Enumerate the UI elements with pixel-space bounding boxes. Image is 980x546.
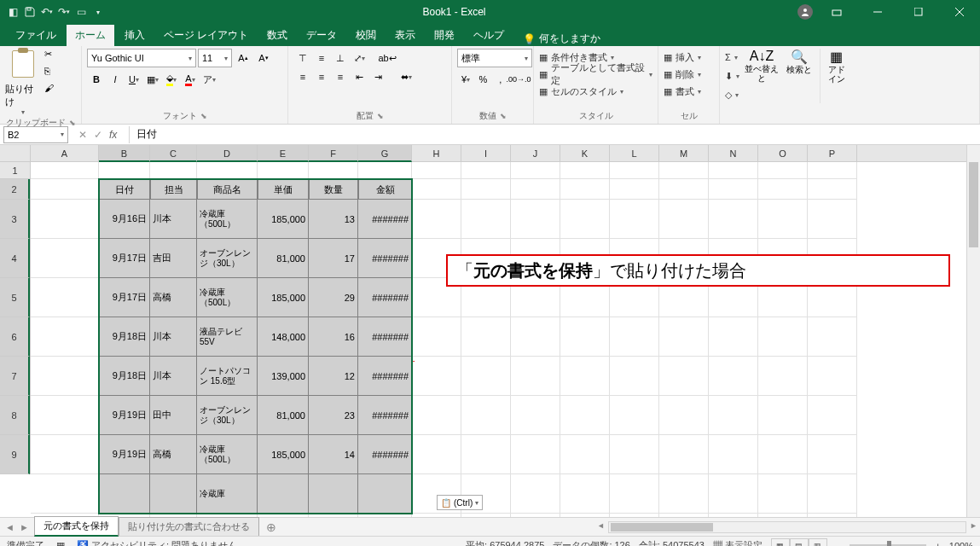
cell[interactable]: [511, 200, 560, 239]
table-cell[interactable]: 185,000: [258, 200, 309, 239]
cell[interactable]: [659, 317, 709, 357]
cell[interactable]: [511, 357, 560, 396]
cell[interactable]: [560, 317, 610, 357]
table-cell[interactable]: #######: [358, 239, 412, 278]
cell[interactable]: [461, 435, 511, 474]
cell[interactable]: [511, 474, 560, 514]
zoom-in-button[interactable]: +: [935, 541, 940, 547]
cell[interactable]: [258, 162, 309, 179]
cell[interactable]: [709, 317, 758, 357]
table-cell[interactable]: #######: [358, 317, 412, 357]
normal-view-button[interactable]: ▦: [771, 538, 790, 547]
cell[interactable]: [808, 357, 857, 396]
cell[interactable]: [659, 162, 709, 179]
cell[interactable]: [808, 162, 857, 179]
cell[interactable]: [659, 200, 709, 239]
tab-file[interactable]: ファイル: [7, 25, 65, 46]
cell[interactable]: [31, 357, 99, 396]
cell[interactable]: [31, 239, 99, 278]
cell[interactable]: [412, 162, 461, 179]
increase-font-icon[interactable]: A▴: [234, 49, 252, 67]
cell[interactable]: [709, 396, 758, 435]
col-header-B[interactable]: B: [99, 145, 150, 162]
cell[interactable]: [31, 179, 99, 200]
cancel-formula-icon[interactable]: ✕: [78, 129, 87, 141]
percent-icon[interactable]: %: [474, 70, 491, 89]
table-cell[interactable]: #######: [358, 435, 412, 474]
table-cell[interactable]: #######: [358, 396, 412, 435]
col-header-K[interactable]: K: [560, 145, 610, 162]
indent-increase-icon[interactable]: ⇥: [368, 67, 387, 86]
cell[interactable]: [309, 162, 358, 179]
table-header[interactable]: 商品名: [197, 179, 258, 200]
format-painter-icon[interactable]: 🖌: [44, 83, 60, 98]
cell[interactable]: [560, 435, 610, 474]
font-launcher-icon[interactable]: ⬊: [200, 112, 207, 120]
minimize-button[interactable]: [861, 0, 895, 24]
cell[interactable]: [808, 474, 857, 514]
tab-formula[interactable]: 数式: [258, 25, 296, 46]
qat-more-icon[interactable]: ▾: [92, 6, 104, 18]
zoom-out-button[interactable]: −: [836, 541, 841, 547]
cell[interactable]: [659, 474, 709, 514]
col-header-G[interactable]: G: [358, 145, 412, 162]
row-header-8[interactable]: 8: [0, 396, 30, 435]
formula-bar[interactable]: 日付: [129, 126, 980, 143]
autosave-icon[interactable]: ◧: [7, 6, 19, 18]
delete-cells-button[interactable]: ▦ 削除 ▾: [664, 66, 714, 83]
table-cell[interactable]: 81,000: [258, 239, 309, 278]
table-header[interactable]: 金額: [358, 179, 412, 200]
cell[interactable]: [758, 179, 808, 200]
cell[interactable]: [31, 396, 99, 435]
col-header-O[interactable]: O: [758, 145, 808, 162]
cell[interactable]: [659, 179, 709, 200]
vscroll-thumb[interactable]: [969, 162, 978, 247]
table-cell[interactable]: 9月19日: [99, 396, 150, 435]
table-cell[interactable]: #######: [358, 357, 412, 396]
fx-icon[interactable]: fx: [109, 129, 117, 141]
phonetic-button[interactable]: ア▾: [200, 70, 218, 89]
wrap-text-button[interactable]: ab↩: [368, 49, 406, 67]
cell[interactable]: [709, 435, 758, 474]
cell[interactable]: [808, 317, 857, 357]
worksheet[interactable]: ABCDEFGHIJKLMNOP 123456789 日付担当商品名単価数量金額…: [0, 145, 980, 517]
col-header-E[interactable]: E: [258, 145, 309, 162]
col-header-J[interactable]: J: [511, 145, 560, 162]
table-header[interactable]: 担当: [150, 179, 197, 200]
cell[interactable]: [511, 396, 560, 435]
table-cell[interactable]: 12: [309, 357, 358, 396]
zoom-level[interactable]: 100%: [949, 541, 973, 547]
table-cell[interactable]: 81,000: [258, 396, 309, 435]
new-sheet-button[interactable]: ⊕: [259, 520, 283, 534]
cell[interactable]: [197, 162, 258, 179]
cell[interactable]: [560, 179, 610, 200]
col-header-P[interactable]: P: [808, 145, 857, 162]
page-break-view-button[interactable]: ▥: [809, 538, 827, 547]
cell-grid[interactable]: 日付担当商品名単価数量金額9月16日川本冷蔵庫（500L）185,00013##…: [31, 162, 966, 517]
cell[interactable]: [659, 396, 709, 435]
cell[interactable]: [808, 179, 857, 200]
maximize-button[interactable]: [902, 0, 936, 24]
table-cell[interactable]: 139,000: [258, 357, 309, 396]
cell[interactable]: [461, 200, 511, 239]
cell[interactable]: [412, 317, 461, 357]
col-header-A[interactable]: A: [31, 145, 99, 162]
merge-button[interactable]: ⬌▾: [387, 67, 425, 86]
table-cell[interactable]: 148,000: [258, 317, 309, 357]
col-header-C[interactable]: C: [150, 145, 197, 162]
find-select-button[interactable]: 🔍 検索と: [784, 49, 815, 103]
table-cell[interactable]: 高橋: [150, 435, 197, 474]
table-format-button[interactable]: ▦テーブルとして書式設定 ▾: [539, 66, 652, 83]
table-cell[interactable]: 9月19日: [99, 435, 150, 474]
table-cell[interactable]: ノートパソコン 15.6型: [197, 357, 258, 396]
cell[interactable]: [758, 435, 808, 474]
cell[interactable]: [610, 435, 659, 474]
row-header-3[interactable]: 3: [0, 200, 30, 239]
clear-button[interactable]: ◇▾: [725, 86, 739, 103]
close-button[interactable]: [942, 0, 977, 24]
cell[interactable]: [560, 357, 610, 396]
col-header-L[interactable]: L: [610, 145, 659, 162]
tell-me[interactable]: 💡 何をしますか: [523, 32, 600, 46]
cell[interactable]: [758, 357, 808, 396]
cell[interactable]: [709, 474, 758, 514]
